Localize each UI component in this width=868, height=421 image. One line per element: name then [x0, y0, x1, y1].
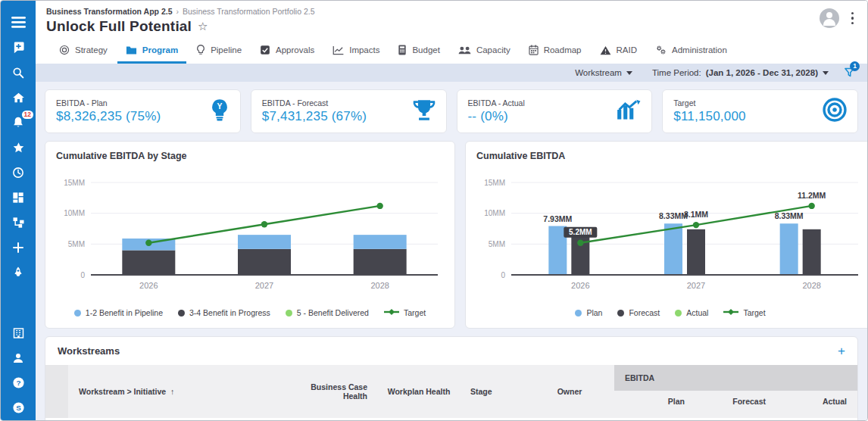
column-header-owner[interactable]: Owner: [525, 365, 614, 418]
chart-legend: PlanForecastActualTarget: [476, 308, 864, 317]
chart-card-ebitda-by-stage: Cumulative EBITDA by Stage 05MM10MM15MM2…: [45, 141, 455, 329]
tab-pipeline[interactable]: Pipeline: [188, 41, 250, 64]
column-header-business-case-health[interactable]: Business Case Health: [290, 365, 375, 418]
tab-capacity[interactable]: Capacity: [450, 41, 519, 64]
sidebar-item-favorites[interactable]: [1, 135, 36, 160]
sidebar-item-notifications[interactable]: 12: [1, 110, 36, 135]
charts-row: Cumulative EBITDA by Stage 05MM10MM15MM2…: [45, 141, 858, 329]
chart-card-cumulative-ebitda: Cumulative EBITDA 05MM10MM15MM7.93MM8.33…: [465, 141, 867, 329]
workstreams-table-header: Workstream > Initiative ↑ Business Case …: [45, 365, 857, 418]
legend-item-5-benefit-delivered[interactable]: 5 - Benefit Delivered: [286, 308, 369, 317]
sidebar-item-dashboard[interactable]: [1, 185, 36, 210]
tab-approvals[interactable]: Approvals: [251, 41, 323, 64]
column-header-workplan-health[interactable]: Workplan Health: [375, 365, 463, 418]
column-header-initiative[interactable]: Workstream > Initiative ↑: [68, 365, 290, 418]
legend-label: Target: [743, 308, 765, 317]
chart-legend: 1-2 Benefit in Pipeline3-4 Benefit in Pr…: [56, 308, 444, 317]
grouped-bar-chart: 05MM10MM15MM7.93MM8.33MM8.33MM5.2MM8.1MM…: [476, 164, 864, 307]
legend-dot-marker: [617, 310, 624, 317]
workstream-dropdown[interactable]: Workstream: [575, 68, 632, 77]
tab-strategy[interactable]: Strategy: [51, 41, 116, 64]
chevron-down-icon: [823, 71, 829, 75]
column-header-ebitda-plan[interactable]: Plan: [614, 391, 695, 418]
kpi-value: $8,326,235 (75%): [56, 109, 161, 124]
app-window: 12?S Business Transformation App 2.5 Bus…: [0, 0, 868, 421]
feedback-icon: [12, 41, 25, 54]
svg-text:10MM: 10MM: [484, 209, 505, 217]
tab-roadmap[interactable]: Roadmap: [520, 41, 590, 64]
tab-label: Approvals: [276, 45, 314, 55]
legend-dot-marker: [575, 310, 582, 317]
column-header-stage[interactable]: Stage: [463, 365, 525, 418]
tab-budget[interactable]: Budget: [389, 41, 448, 64]
user-icon: [12, 352, 24, 364]
table-gutter: [45, 365, 68, 418]
notification-count-badge: 12: [22, 111, 33, 119]
checkbox-icon: [260, 45, 270, 55]
sidebar-item-menu[interactable]: [1, 10, 36, 35]
sidebar-item-help[interactable]: ?: [1, 370, 36, 395]
legend-item-forecast[interactable]: Forecast: [617, 308, 660, 317]
tab-label: Budget: [412, 45, 439, 55]
legend-item-target[interactable]: Target: [384, 308, 426, 317]
tab-impacts[interactable]: Impacts: [324, 41, 388, 64]
svg-text:8.1MM: 8.1MM: [684, 210, 708, 219]
sidebar-item-feedback[interactable]: [1, 35, 36, 60]
legend-label: Forecast: [629, 308, 660, 317]
tab-program[interactable]: Program: [117, 41, 186, 64]
tab-administration[interactable]: Administration: [647, 41, 735, 64]
tab-label: Administration: [672, 45, 727, 55]
sidebar-item-skype[interactable]: S: [1, 395, 36, 420]
legend-line-marker: [384, 308, 399, 317]
sidebar-item-add[interactable]: [1, 235, 36, 260]
add-workstream-button[interactable]: +: [838, 345, 845, 357]
tab-label: Roadmap: [544, 45, 582, 55]
chevron-down-icon: [626, 71, 632, 75]
kpi-row: EBITDA - Plan$8,326,235 (75%)YEBITDA - F…: [45, 89, 858, 133]
legend-dot-marker: [675, 310, 682, 317]
organization-icon: [12, 327, 25, 339]
sidebar-item-user[interactable]: [1, 345, 36, 370]
svg-text:2028: 2028: [370, 281, 389, 290]
skype-icon: S: [12, 401, 25, 414]
tab-label: Pipeline: [211, 45, 242, 55]
legend-label: 5 - Benefit Delivered: [297, 308, 369, 317]
sidebar-item-history[interactable]: [1, 160, 36, 185]
kebab-menu-icon[interactable]: [850, 11, 856, 27]
favorite-star-icon[interactable]: [198, 20, 208, 33]
favorites-icon: [12, 142, 25, 154]
stacked-bar-chart: 05MM10MM15MM202620272028: [56, 164, 444, 307]
sidebar-item-launch[interactable]: [1, 260, 36, 285]
time-period-dropdown[interactable]: Time Period: (Jan 1, 2026 - Dec 31, 2028…: [652, 68, 829, 77]
calendar-icon: [529, 45, 539, 55]
svg-text:?: ?: [16, 379, 20, 387]
kpi-label: EBITDA - Forecast: [262, 98, 367, 108]
chart-plot: 05MM10MM15MM7.93MM8.33MM8.33MM5.2MM8.1MM…: [476, 164, 864, 304]
page-title: Unlock Full Potential: [46, 18, 192, 35]
legend-item-plan[interactable]: Plan: [575, 308, 602, 317]
kpi-card-ebitda-plan: EBITDA - Plan$8,326,235 (75%)Y: [45, 89, 241, 133]
sidebar-item-home[interactable]: [1, 85, 36, 110]
sidebar-item-organization[interactable]: [1, 320, 36, 345]
legend-item-actual[interactable]: Actual: [675, 308, 708, 317]
chart-title: Cumulative EBITDA: [476, 151, 864, 161]
breadcrumb-portfolio-link[interactable]: Business Transformation Portfolio 2.5: [183, 7, 315, 16]
line-chart-icon: [333, 45, 344, 55]
tab-label: RAID: [617, 45, 637, 55]
legend-item-1-2-benefit-in-pipeline[interactable]: 1-2 Benefit in Pipeline: [74, 308, 163, 317]
legend-item-target[interactable]: Target: [723, 308, 765, 317]
tab-raid[interactable]: RAID: [592, 41, 645, 64]
sidebar-item-search[interactable]: [1, 60, 36, 85]
tab-label: Impacts: [349, 45, 379, 55]
tab-label: Program: [142, 45, 178, 55]
column-header-ebitda-actual[interactable]: Actual: [776, 391, 857, 418]
filter-funnel-button[interactable]: 1: [844, 67, 855, 80]
breadcrumb-app-link[interactable]: Business Transformation App 2.5: [46, 7, 172, 16]
breadcrumb: Business Transformation App 2.5 Business…: [46, 7, 857, 16]
column-header-ebitda-forecast[interactable]: Forecast: [695, 391, 776, 418]
avatar[interactable]: [820, 8, 839, 28]
legend-item-3-4-benefit-in-progress[interactable]: 3-4 Benefit in Progress: [178, 308, 270, 317]
strategy-icon: [59, 45, 70, 55]
sidebar-item-hierarchy[interactable]: [1, 210, 36, 235]
legend-label: Plan: [586, 308, 602, 317]
